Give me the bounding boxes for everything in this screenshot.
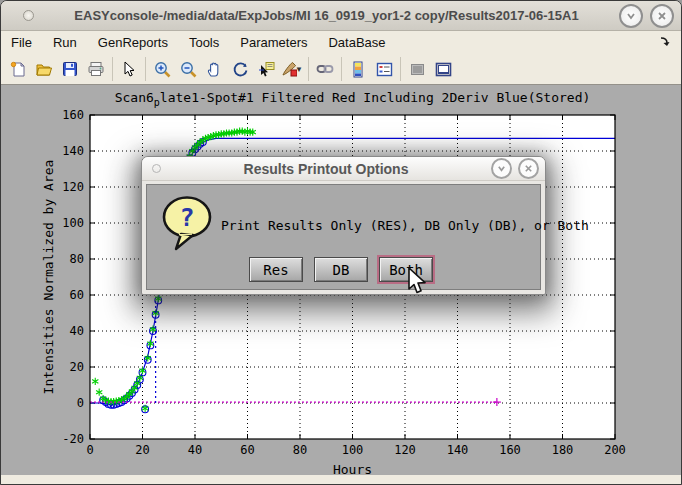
insert-legend-button[interactable]: [371, 57, 397, 81]
svg-text:0: 0: [77, 396, 84, 410]
open-folder-icon: [35, 61, 53, 77]
svg-text:?: ?: [179, 203, 194, 232]
toolbar-separator: [112, 57, 113, 81]
svg-text:40: 40: [70, 324, 84, 338]
mouse-cursor-icon: [406, 267, 427, 300]
svg-text:-20: -20: [62, 432, 84, 446]
data-cursor-button[interactable]: [253, 57, 279, 81]
pan-button[interactable]: [201, 57, 227, 81]
toolbar: ▼: [1, 54, 681, 86]
x-axis-label: Hours: [333, 462, 372, 475]
brush-dropdown-caret-icon[interactable]: ▼: [295, 65, 303, 74]
svg-text:60: 60: [70, 288, 84, 302]
print-button[interactable]: [83, 57, 109, 81]
print-icon: [87, 61, 105, 77]
svg-text:0: 0: [86, 443, 93, 457]
dialog-titlebar[interactable]: Results Printout Options: [142, 157, 545, 181]
pointer-icon: [122, 61, 136, 77]
svg-text:80: 80: [70, 252, 84, 266]
svg-text:80: 80: [293, 443, 307, 457]
hide-plot-tools-button[interactable]: [404, 57, 430, 81]
toolbar-separator: [145, 57, 146, 81]
show-plot-tools-icon: [435, 62, 452, 77]
dialog-window-icon: [152, 164, 161, 173]
menu-bar: File Run GenReports Tools Parameters Dat…: [1, 31, 681, 54]
dialog-minimize-button[interactable]: [491, 158, 512, 179]
new-file-button[interactable]: [5, 57, 31, 81]
dialog-title: Results Printout Options: [161, 161, 491, 177]
save-icon: [62, 61, 78, 77]
svg-text:180: 180: [552, 443, 574, 457]
svg-text:200: 200: [604, 443, 626, 457]
close-button[interactable]: [650, 4, 674, 28]
link-icon: [316, 62, 334, 76]
svg-text:120: 120: [394, 443, 416, 457]
svg-text:140: 140: [62, 144, 84, 158]
colorbar-icon: [352, 61, 364, 78]
zoom-in-button[interactable]: [149, 57, 175, 81]
svg-text:160: 160: [62, 108, 84, 122]
toolbar-separator: [341, 57, 342, 81]
menu-run[interactable]: Run: [53, 35, 77, 50]
close-icon: [524, 164, 533, 173]
svg-text:100: 100: [62, 216, 84, 230]
show-plot-tools-button[interactable]: [430, 57, 456, 81]
save-button[interactable]: [57, 57, 83, 81]
legend-icon: [376, 62, 393, 77]
plot-title: Scan6plate1-Spot#1 Filtered Red Includin…: [115, 90, 591, 108]
menu-overflow-arrow-icon[interactable]: [659, 35, 671, 50]
pan-hand-icon: [206, 61, 222, 77]
toolbar-separator: [308, 57, 309, 81]
dialog-close-button[interactable]: [518, 158, 539, 179]
svg-text:40: 40: [188, 443, 202, 457]
data-cursor-icon: [258, 61, 275, 77]
figure-window: EASYconsole-/media/data/ExpJobs/MI 16_09…: [0, 0, 682, 485]
rotate-3d-icon: [232, 61, 249, 78]
insert-colorbar-button[interactable]: [345, 57, 371, 81]
pointer-button[interactable]: [116, 57, 142, 81]
minimize-button[interactable]: [619, 4, 643, 28]
open-file-button[interactable]: [31, 57, 57, 81]
brush-button[interactable]: ▼: [279, 57, 305, 81]
chevron-down-icon: [626, 11, 636, 21]
link-plot-button[interactable]: [312, 57, 338, 81]
close-icon: [657, 11, 667, 21]
svg-text:140: 140: [447, 443, 469, 457]
window-icon: [23, 10, 34, 21]
y-axis-label: Intensities Normalized by Area: [41, 160, 56, 395]
zoom-out-button[interactable]: [175, 57, 201, 81]
chevron-down-icon: [497, 164, 506, 173]
new-file-icon: [10, 61, 27, 78]
svg-text:60: 60: [240, 443, 254, 457]
res-button[interactable]: Res: [249, 257, 303, 282]
window-title: EASYconsole-/media/data/ExpJobs/MI 16_09…: [34, 8, 619, 23]
svg-text:100: 100: [342, 443, 364, 457]
menu-file[interactable]: File: [11, 35, 32, 50]
rotate-3d-button[interactable]: [227, 57, 253, 81]
svg-text:160: 160: [499, 443, 521, 457]
window-bottom-strip: [1, 475, 682, 484]
menu-tools[interactable]: Tools: [189, 35, 219, 50]
dialog-message: Print Results Only (RES), DB Only (DB), …: [221, 218, 589, 233]
zoom-in-icon: [154, 61, 171, 78]
svg-text:20: 20: [135, 443, 149, 457]
toolbar-separator: [400, 57, 401, 81]
zoom-out-icon: [180, 61, 197, 78]
svg-text:120: 120: [62, 180, 84, 194]
svg-text:20: 20: [70, 360, 84, 374]
question-bubble-icon: ?: [159, 193, 217, 253]
menu-database[interactable]: DataBase: [328, 35, 385, 50]
results-printout-dialog: Results Printout Options ? Print Results…: [141, 156, 546, 295]
menu-parameters[interactable]: Parameters: [240, 35, 307, 50]
menu-genreports[interactable]: GenReports: [98, 35, 168, 50]
window-titlebar: EASYconsole-/media/data/ExpJobs/MI 16_09…: [1, 1, 681, 31]
dialog-body: ? Print Results Only (RES), DB Only (DB)…: [146, 184, 541, 290]
hide-plot-tools-icon: [410, 63, 425, 76]
db-button[interactable]: DB: [314, 257, 368, 282]
